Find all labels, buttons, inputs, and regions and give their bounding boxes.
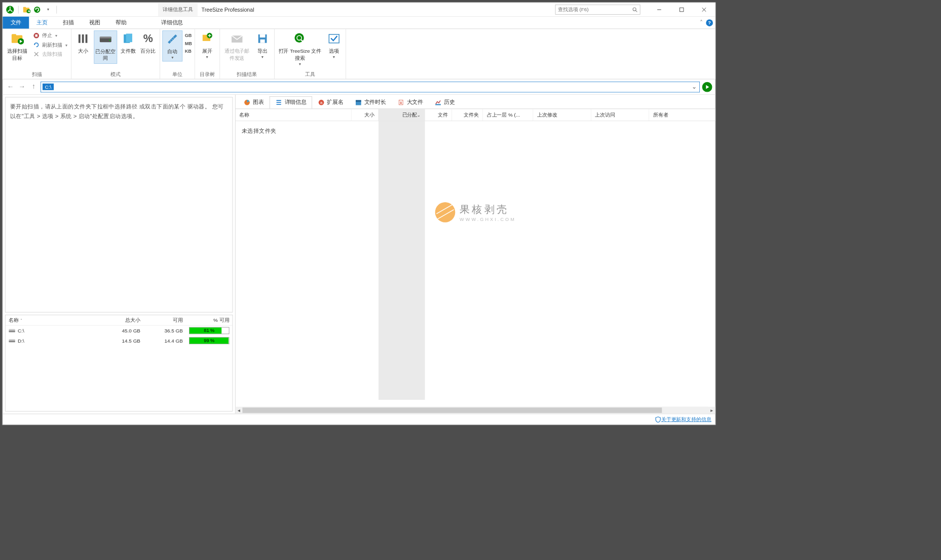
dcol-mod[interactable]: 上次修改	[533, 109, 591, 121]
mode-files-button[interactable]: 文件数	[119, 30, 137, 56]
refresh-icon	[33, 42, 40, 49]
dcol-owner[interactable]: 所有者	[649, 109, 715, 121]
menu-file[interactable]: 文件	[3, 17, 29, 29]
svg-text:a: a	[320, 100, 323, 105]
dcol-size[interactable]: 大小	[352, 109, 379, 121]
expand-icon	[201, 32, 214, 45]
drive-icon	[9, 338, 16, 344]
tree-hint: 要开始扫描，请从上面的文件夹下拉框中选择路径 或双击下面的某个 驱动器。 您可以…	[5, 97, 233, 313]
horizontal-scrollbar[interactable]: ◄ ►	[236, 407, 716, 414]
left-pane: 要开始扫描，请从上面的文件夹下拉框中选择路径 或双击下面的某个 驱动器。 您可以…	[3, 95, 235, 414]
scroll-left-icon[interactable]: ◄	[236, 408, 243, 413]
menu-help[interactable]: 帮助	[108, 17, 134, 29]
svg-line-6	[635, 10, 637, 12]
unit-kb-button[interactable]: KB	[185, 48, 192, 54]
options-search[interactable]	[555, 5, 641, 15]
path-input[interactable]: C:\ ⌄	[41, 82, 700, 92]
remove-scan-button[interactable]: 去除扫描	[31, 50, 69, 58]
dcol-files[interactable]: 文件	[425, 109, 452, 121]
drive-row[interactable]: C:\45.0 GB36.5 GB81 %	[6, 325, 233, 335]
qat-open-icon[interactable]	[22, 5, 31, 14]
help-icon[interactable]: ?	[706, 19, 713, 26]
drives-panel: 名称 ˄ 总大小 可用 % 可用 C:\45.0 GB36.5 GB81 %D:…	[5, 315, 233, 412]
ribbon-group-results: 扫描结果	[222, 69, 272, 79]
svg-point-23	[109, 40, 110, 41]
svg-rect-35	[259, 34, 265, 38]
col-free[interactable]: 可用	[143, 315, 186, 325]
qat-refresh-icon[interactable]	[33, 5, 42, 14]
col-total[interactable]: 总大小	[101, 315, 143, 325]
dcol-acc[interactable]: 上次访问	[591, 109, 649, 121]
dcol-name[interactable]: 名称	[236, 109, 352, 121]
nav-up-button[interactable]: ↑	[29, 82, 38, 91]
email-button[interactable]: 通过电子邮件发送	[222, 30, 251, 63]
quick-access-toolbar: ▾	[3, 5, 61, 14]
minimize-button[interactable]	[648, 3, 670, 16]
options-button[interactable]: 选项▼	[325, 30, 344, 61]
menu-bar: 文件 主页 扫描 视图 帮助 详细信息 ˄ ?	[3, 17, 715, 29]
right-pane: 图表 详细信息 a扩展名 文件时长 大文件 历史 名称 大小 已分配 ⌄ 文件 …	[236, 95, 716, 414]
ribbon-group-tools: 工具	[277, 69, 343, 79]
nav-forward-button[interactable]: →	[17, 82, 26, 91]
dcol-pct[interactable]: 占上一层 % (...	[483, 109, 533, 121]
scan-go-button[interactable]	[702, 82, 712, 92]
svg-rect-54	[435, 104, 441, 105]
menu-home[interactable]: 主页	[29, 17, 55, 29]
nav-back-button[interactable]: ←	[6, 82, 15, 91]
dcol-alloc[interactable]: 已分配 ⌄	[379, 109, 425, 121]
maximize-button[interactable]	[670, 3, 693, 16]
titlebar: ▾ 详细信息工具 TreeSize Professional	[3, 3, 715, 16]
mode-allocated-button[interactable]: 已分配空间	[94, 30, 117, 64]
scroll-thumb[interactable]	[242, 407, 661, 413]
mode-percent-button[interactable]: % 百分比	[139, 30, 158, 56]
menu-view[interactable]: 视图	[82, 17, 108, 29]
tab-age[interactable]: 文件时长	[349, 96, 392, 108]
svg-rect-22	[100, 36, 111, 38]
watermark: 果核剥壳 WWW.GHXI.COM	[435, 202, 516, 222]
unit-gb-button[interactable]: GB	[185, 33, 192, 39]
tab-extensions[interactable]: a扩展名	[312, 96, 349, 108]
ribbon-group-scan: 扫描	[5, 69, 69, 79]
tab-details[interactable]: 详细信息	[270, 96, 312, 108]
ext-icon: a	[318, 99, 325, 106]
ribbon-group-mode: 模式	[74, 69, 158, 79]
scroll-right-icon[interactable]: ►	[708, 408, 716, 413]
svg-rect-20	[86, 34, 88, 43]
unit-auto-button[interactable]: 自动▼	[162, 30, 182, 61]
col-pct[interactable]: % 可用	[186, 315, 233, 325]
dcol-folders[interactable]: 文件夹	[452, 109, 483, 121]
drives-header: 名称 ˄ 总大小 可用 % 可用	[6, 315, 233, 326]
qat-dropdown-icon[interactable]: ▾	[44, 5, 53, 14]
svg-rect-42	[9, 330, 15, 332]
tab-bigfiles[interactable]: 大文件	[392, 96, 429, 108]
file-search-button[interactable]: 打开 TreeSize 文件搜索▼	[277, 30, 323, 67]
options-search-input[interactable]	[558, 7, 632, 12]
svg-rect-2	[23, 7, 26, 8]
collapse-ribbon-icon[interactable]: ˄	[700, 19, 703, 26]
drive-row[interactable]: D:\14.5 GB14.4 GB99 %	[6, 335, 233, 346]
calendar-icon	[355, 99, 362, 106]
svg-rect-36	[260, 40, 265, 43]
close-button[interactable]	[693, 3, 715, 16]
refresh-scan-button[interactable]: 刷新扫描▾	[31, 41, 69, 49]
tab-chart[interactable]: 图表	[238, 96, 270, 108]
col-name[interactable]: 名称	[9, 317, 19, 324]
svg-rect-25	[126, 33, 132, 42]
menu-details[interactable]: 详细信息	[154, 17, 191, 29]
path-dropdown-icon[interactable]: ⌄	[691, 83, 698, 90]
export-button[interactable]: 导出▼	[253, 30, 272, 61]
sort-icon: ˄	[20, 318, 23, 323]
ruler-icon	[166, 32, 179, 46]
stop-icon	[33, 32, 40, 39]
expand-button[interactable]: 展开▼	[197, 30, 217, 61]
remove-icon	[33, 51, 40, 58]
update-info-link[interactable]: 关于更新和支持的信息	[661, 416, 711, 423]
select-scan-target-button[interactable]: 选择扫描目标	[5, 30, 30, 63]
mode-size-button[interactable]: 大小	[74, 30, 93, 56]
svg-point-5	[633, 8, 636, 11]
unit-mb-button[interactable]: MB	[185, 41, 192, 46]
menu-scan[interactable]: 扫描	[55, 17, 82, 29]
svg-point-4	[34, 7, 40, 13]
tab-history[interactable]: 历史	[429, 96, 461, 108]
stop-scan-button[interactable]: 停止▾	[31, 31, 69, 40]
